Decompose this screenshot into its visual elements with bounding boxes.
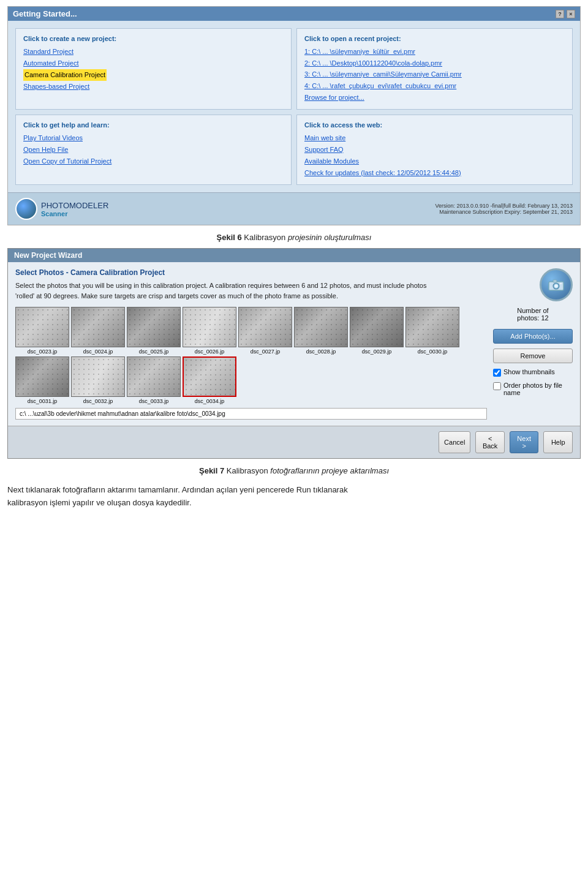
gs-body: Click to create a new project: Standard … xyxy=(8,21,580,192)
next-button[interactable]: Next > xyxy=(510,431,539,453)
wizard-section-title: Select Photos - Camera Calibration Proje… xyxy=(15,268,540,277)
getting-started-panel: Getting Started... ? × Click to create a… xyxy=(7,6,581,225)
web-list: Main web site Support FAQ Available Modu… xyxy=(304,132,565,178)
list-item[interactable]: Check for updates (last check: 12/05/201… xyxy=(304,167,565,179)
gs-title-icons: ? × xyxy=(556,10,575,18)
help-list: Play Tutorial Videos Open Help File Open… xyxy=(23,132,284,167)
help-button[interactable]: Help xyxy=(543,431,573,453)
photo-thumb[interactable]: dsc_0032.jp xyxy=(71,356,125,404)
wizard-title-text: New Project Wizard xyxy=(14,251,82,260)
photo-grid: dsc_0023.jp dsc_0024.jp dsc_0025.jp dsc_… xyxy=(15,307,487,404)
caption2-text: Kalibrasyon xyxy=(227,466,271,475)
remove-button[interactable]: Remove xyxy=(493,349,573,363)
logo-circle-icon xyxy=(15,198,37,220)
logo-name: PHOTOMODELER xyxy=(41,201,108,210)
help-card: Click to get help and learn: Play Tutori… xyxy=(15,115,292,185)
back-button[interactable]: < Back xyxy=(475,431,505,453)
caption2-prefix: Şekil 7 xyxy=(199,466,224,475)
caption1-text: Kalibrasyon xyxy=(244,233,288,242)
show-thumbnails-checkbox[interactable]: Show thumbnails xyxy=(493,368,573,377)
wizard-body: Select Photos - Camera Calibration Proje… xyxy=(8,262,580,426)
wizard-footer-buttons: Cancel < Back Next > Help xyxy=(439,431,573,453)
gs-logo: PHOTOMODELER Scanner xyxy=(15,198,108,220)
wizard-title-bar: New Project Wizard xyxy=(8,249,580,262)
wizard-panel: New Project Wizard Select Photos - Camer… xyxy=(7,248,581,459)
photo-thumb[interactable]: dsc_0023.jp xyxy=(15,307,69,355)
photo-thumb[interactable]: dsc_0028.jp xyxy=(294,307,348,355)
list-item[interactable]: Available Modules xyxy=(304,156,565,167)
recent-project-heading: Click to open a recent project: xyxy=(304,35,565,42)
gs-title-bar: Getting Started... ? × xyxy=(8,7,580,21)
selected-path-bar: c:\ ...\uzal\3b odevler\hikmet mahmut\ad… xyxy=(15,408,487,420)
list-item[interactable]: Play Tutorial Videos xyxy=(23,132,284,144)
logo-sub: Scanner xyxy=(41,210,108,217)
bottom-line2: kalibrasyon işlemi yapılır ve oluşan dos… xyxy=(7,498,192,507)
photo-thumb[interactable]: dsc_0031.jp xyxy=(15,356,69,404)
photo-thumb-selected[interactable]: dsc_0034.jp xyxy=(183,356,236,404)
cancel-button[interactable]: Cancel xyxy=(439,431,470,453)
order-by-input[interactable] xyxy=(493,382,501,390)
list-item[interactable]: 1: C:\ ... \süleymaniye_kültür_evi.pmr xyxy=(304,46,565,58)
bottom-line1: Next tıklanarak fotoğrafların aktarımı t… xyxy=(7,485,348,494)
logo-bold: PHOTO xyxy=(41,201,69,210)
list-item[interactable]: Main web site xyxy=(304,132,565,144)
order-by-checkbox[interactable]: Order photos by file name xyxy=(493,382,573,396)
version-info: Version: 2013.0.0.910 -final|full Build:… xyxy=(435,203,573,215)
list-item[interactable]: Browse for project... xyxy=(304,92,565,104)
photo-thumb[interactable]: dsc_0030.jp xyxy=(405,307,459,355)
version-line2: Maintenance Subscription Expiry: Septemb… xyxy=(435,209,573,215)
list-item[interactable]: Standard Project xyxy=(23,46,284,58)
svg-point-2 xyxy=(554,284,558,288)
gs-footer: PHOTOMODELER Scanner Version: 2013.0.0.9… xyxy=(8,192,580,225)
photo-count-value: photos: 12 xyxy=(493,314,573,322)
web-card: Click to access the web: Main web site S… xyxy=(296,115,573,185)
wizard-footer: Cancel < Back Next > Help xyxy=(8,426,580,458)
caption2-italic: fotoğraflarının projeye aktarılması xyxy=(270,466,389,475)
wizard-content: dsc_0023.jp dsc_0024.jp dsc_0025.jp dsc_… xyxy=(15,307,573,420)
caption-1: Şekil 6 Kalibrasyon projesinin oluşturul… xyxy=(0,233,588,242)
list-item[interactable]: Support FAQ xyxy=(304,144,565,156)
logo-text-area: PHOTOMODELER Scanner xyxy=(41,201,108,217)
help-heading: Click to get help and learn: xyxy=(23,121,284,129)
version-line1: Version: 2013.0.0.910 -final|full Build:… xyxy=(435,203,573,209)
caption-2: Şekil 7 Kalibrasyon fotoğraflarının proj… xyxy=(0,466,588,475)
list-item[interactable]: Open Help File xyxy=(23,144,284,156)
wizard-sidebar: Number of photos: 12 Add Photo(s)... Rem… xyxy=(493,307,573,420)
gs-title-text: Getting Started... xyxy=(13,9,77,18)
new-project-card: Click to create a new project: Standard … xyxy=(15,28,292,110)
photo-thumb[interactable]: dsc_0026.jp xyxy=(183,307,236,355)
photo-thumb[interactable]: dsc_0025.jp xyxy=(127,307,181,355)
photo-count: Number of photos: 12 xyxy=(493,307,573,322)
order-by-label: Order photos by file name xyxy=(503,382,573,396)
help-icon[interactable]: ? xyxy=(556,10,564,18)
wizard-description: Select the photos that you will be using… xyxy=(15,281,444,301)
photo-count-label: Number of xyxy=(493,307,573,314)
new-project-heading: Click to create a new project: xyxy=(23,35,284,42)
bottom-text: Next tıklanarak fotoğrafların aktarımı t… xyxy=(7,484,581,510)
list-item[interactable]: Automated Project xyxy=(23,58,284,69)
svg-rect-3 xyxy=(553,280,557,282)
list-item[interactable]: 3: C:\ ... \süleymaniye_camii\Süleymaniy… xyxy=(304,69,565,80)
svg-rect-4 xyxy=(560,283,562,284)
close-icon[interactable]: × xyxy=(567,10,575,18)
caption1-prefix: Şekil 6 xyxy=(217,233,242,242)
photo-thumb[interactable]: dsc_0029.jp xyxy=(350,307,404,355)
recent-project-list: 1: C:\ ... \süleymaniye_kültür_evi.pmr 2… xyxy=(304,46,565,103)
list-item-highlighted[interactable]: Camera Calibration Project xyxy=(23,69,107,81)
list-item[interactable]: 2: C:\ ... \Desktop\1001122040\cola-dola… xyxy=(304,58,565,69)
photo-thumb[interactable]: dsc_0033.jp xyxy=(127,356,181,404)
caption1-italic: projesinin oluşturulması xyxy=(288,233,372,242)
camera-icon-area xyxy=(540,268,573,301)
list-item[interactable]: Shapes-based Project xyxy=(23,81,284,92)
list-item[interactable]: Open Copy of Tutorial Project xyxy=(23,156,284,167)
add-photos-button[interactable]: Add Photo(s)... xyxy=(493,329,573,344)
camera-icon xyxy=(540,268,573,301)
new-project-list: Standard Project Automated Project Camer… xyxy=(23,46,284,92)
recent-project-card: Click to open a recent project: 1: C:\ .… xyxy=(296,28,573,110)
show-thumbnails-input[interactable] xyxy=(493,369,501,377)
photo-thumb[interactable]: dsc_0024.jp xyxy=(71,307,125,355)
wizard-photos-area: dsc_0023.jp dsc_0024.jp dsc_0025.jp dsc_… xyxy=(15,307,487,420)
web-heading: Click to access the web: xyxy=(304,121,565,129)
list-item[interactable]: 4: C:\ ... \rafet_çubukçu_evi\rafet_cubu… xyxy=(304,80,565,92)
photo-thumb[interactable]: dsc_0027.jp xyxy=(238,307,292,355)
